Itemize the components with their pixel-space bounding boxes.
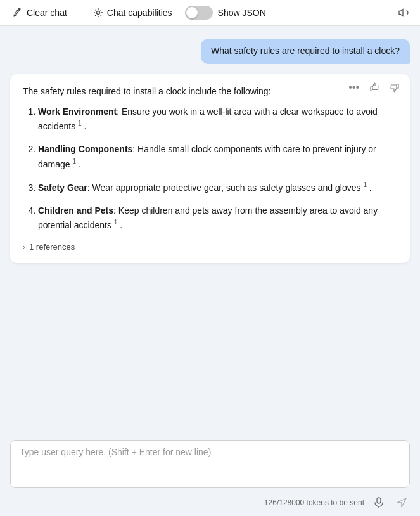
- references-toggle-button[interactable]: › 1 references: [23, 241, 75, 253]
- list-item: Work Environment: Ensure you work in a w…: [38, 105, 397, 133]
- ai-response-text: The safety rules required to install a c…: [23, 84, 397, 233]
- broom-icon: [13, 8, 23, 18]
- toolbar: Clear chat Chat capabilities Show JSON: [0, 0, 420, 26]
- item-3-title: Safety Gear: [38, 183, 87, 193]
- ai-items-list: Work Environment: Ensure you work in a w…: [23, 105, 397, 232]
- list-item: Handling Components: Handle small clock …: [38, 142, 397, 171]
- chat-input[interactable]: [20, 447, 400, 479]
- clear-chat-label: Clear chat: [27, 8, 67, 18]
- chevron-right-icon: ›: [23, 243, 25, 252]
- token-count: 126/128000 tokens to be sent: [264, 498, 364, 507]
- settings-icon: [93, 8, 103, 18]
- show-json-toggle[interactable]: [185, 6, 213, 20]
- item-1-title: Work Environment: [38, 106, 117, 117]
- input-area: [0, 434, 420, 491]
- chat-capabilities-label: Chat capabilities: [107, 8, 172, 18]
- item-4-sup: 1: [114, 219, 118, 226]
- item-3-text: : Wear appropriate protective gear, such…: [87, 183, 361, 193]
- clear-chat-button[interactable]: Clear chat: [8, 5, 72, 20]
- user-message-text: What safety rules are required to instal…: [211, 46, 400, 56]
- item-4-title: Children and Pets: [38, 205, 113, 216]
- toolbar-divider: [80, 6, 80, 19]
- ai-intro-text: The safety rules required to install a c…: [23, 84, 397, 98]
- chat-area: What safety rules are required to instal…: [0, 26, 420, 434]
- thumbs-up-icon: [369, 82, 379, 93]
- ai-card-actions: •••: [346, 81, 402, 94]
- input-box: [10, 440, 410, 488]
- ellipsis-icon: •••: [348, 82, 359, 93]
- volume-button[interactable]: [396, 4, 412, 21]
- chat-capabilities-button[interactable]: Chat capabilities: [88, 5, 177, 20]
- svg-point-0: [96, 11, 99, 15]
- svg-rect-1: [377, 498, 381, 503]
- item-2-title: Handling Components: [38, 144, 132, 154]
- list-item: Children and Pets: Keep children and pet…: [38, 203, 397, 232]
- show-json-label: Show JSON: [218, 8, 266, 18]
- more-options-button[interactable]: •••: [346, 81, 362, 94]
- ai-response-card: ••• The safety rules required to install…: [10, 74, 410, 264]
- microphone-icon: [373, 497, 385, 508]
- token-row: 126/128000 tokens to be sent: [0, 491, 420, 516]
- user-message: What safety rules are required to instal…: [201, 39, 410, 64]
- references-label: 1 references: [29, 242, 75, 252]
- thumbs-down-button[interactable]: [387, 81, 402, 94]
- send-button[interactable]: [393, 494, 410, 511]
- item-1-sup: 1: [78, 120, 82, 127]
- microphone-button[interactable]: [371, 494, 387, 511]
- thumbs-up-button[interactable]: [367, 81, 382, 94]
- thumbs-down-icon: [390, 82, 400, 93]
- item-3-sup: 1: [363, 181, 367, 188]
- item-2-sup: 1: [72, 158, 76, 165]
- volume-icon: [398, 7, 410, 18]
- list-item: Safety Gear: Wear appropriate protective…: [38, 180, 397, 195]
- send-icon: [396, 497, 407, 508]
- show-json-toggle-container: Show JSON: [185, 6, 266, 20]
